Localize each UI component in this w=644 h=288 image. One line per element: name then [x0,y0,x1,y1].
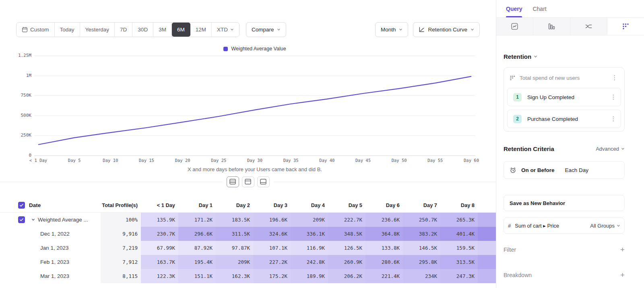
retention-cell[interactable]: 209K [291,213,328,227]
retention-cell[interactable]: 146.5K [403,241,440,255]
retention-cell[interactable]: 324.6K [253,227,291,241]
chart-legend[interactable]: Weighted Average Value [34,46,475,52]
range-label: Yesterday [85,27,109,33]
calendar-icon [22,27,28,33]
range-3m-button[interactable]: 3M [153,23,172,37]
tab-query[interactable]: Query [506,0,522,17]
row-checkbox[interactable] [18,216,25,223]
behavior-header[interactable]: Total spend of new users ⋮ [507,71,621,85]
retention-section-header[interactable]: Retention [504,53,625,60]
chart-type-retention-tab[interactable] [607,18,644,35]
retention-cell[interactable]: 122.3K [141,269,178,283]
retention-cell[interactable]: 206.2K [328,269,365,283]
retention-cell[interactable]: 133.8K [365,241,403,255]
retention-cell[interactable]: 162.3K [216,269,253,283]
retention-cell-clipped[interactable] [478,269,496,283]
table-row[interactable]: Weighted Average ...100%135.9K171.2K183.… [0,213,496,227]
retention-cell[interactable]: 247.3K [440,269,478,283]
range-custom-button[interactable]: Custom [17,23,55,37]
save-behavior-button[interactable]: Save as New Behavior [504,195,625,211]
retention-cell[interactable]: 209K [216,255,253,269]
chart-type-flows-tab[interactable] [570,18,607,35]
range-12m-button[interactable]: 12M [190,23,212,37]
total-profiles-cell: 100% [101,213,141,227]
retention-cell[interactable]: 151.1K [178,269,216,283]
table-row[interactable]: Feb 1, 20237,912163.7K195.4K209K227.2K24… [0,255,496,269]
retention-cell-clipped[interactable] [478,213,496,227]
breakdown-section[interactable]: Breakdown + [504,271,625,279]
chart-type-insights-tab[interactable] [496,18,533,35]
kebab-menu-icon[interactable]: ⋮ [609,115,617,122]
retention-cell[interactable]: 265.3K [440,213,478,227]
retention-cell[interactable]: 250.7K [403,213,440,227]
table-row[interactable]: Jan 1, 20237,21967.99K87.92K97.87K107.1K… [0,241,496,255]
retention-cell[interactable]: 135.9K [141,213,178,227]
range-yesterday-button[interactable]: Yesterday [80,23,115,37]
retention-cell[interactable]: 159.5K [440,241,478,255]
retention-criteria-row[interactable]: On or Before Each Day [504,161,625,179]
retention-cell[interactable]: 364.8K [365,227,403,241]
chart-style-button[interactable]: Retention Curve [413,22,480,37]
retention-cell[interactable]: 107.1K [253,241,291,255]
retention-cell[interactable]: 221.4K [365,269,403,283]
filter-section[interactable]: Filter + [504,246,625,253]
range-today-button[interactable]: Today [55,23,80,37]
kebab-menu-icon[interactable]: ⋮ [609,93,617,101]
retention-cell[interactable]: 189.9K [291,269,328,283]
retention-cell[interactable]: 401.4K [440,227,478,241]
tab-chart[interactable]: Chart [533,0,546,17]
retention-cell[interactable]: 236.6K [365,213,403,227]
retention-cell[interactable]: 313.5K [440,255,478,269]
retention-cell[interactable]: 296.6K [178,227,216,241]
retention-cell[interactable]: 196.6K [253,213,291,227]
step-number-badge: 2 [513,115,522,123]
retention-cell[interactable]: 175.2K [253,269,291,283]
retention-cell[interactable]: 67.99K [141,241,178,255]
expand-chevron-icon[interactable] [31,218,35,222]
retention-cell[interactable]: 336.1K [291,227,328,241]
add-filter-icon[interactable]: + [620,246,625,253]
retention-cell[interactable]: 311.5K [216,227,253,241]
retention-cell-clipped[interactable] [478,241,496,255]
granularity-button[interactable]: Month [375,22,409,37]
retention-cell[interactable]: 126.5K [328,241,365,255]
range-30d-button[interactable]: 30D [132,23,153,37]
retention-cell[interactable]: 242.8K [291,255,328,269]
table-row[interactable]: Dec 1, 20229,916230.7K296.6K311.5K324.6K… [0,227,496,241]
groups-dropdown[interactable]: All Groups [590,223,620,229]
retention-cell[interactable]: 222.7K [328,213,365,227]
retention-cell-clipped[interactable] [478,227,496,241]
kebab-menu-icon[interactable]: ⋮ [611,74,619,81]
behavior-step-row[interactable]: 1Sign Up Completed⋮ [507,88,621,106]
retention-cell[interactable]: 383.2K [403,227,440,241]
compare-button[interactable]: Compare [246,22,287,37]
chart-type-funnels-tab[interactable] [533,18,570,35]
add-breakdown-icon[interactable]: + [620,271,625,279]
retention-cell[interactable]: 230.7K [141,227,178,241]
retention-cell[interactable]: 234K [403,269,440,283]
behavior-step-row[interactable]: 2Purchase Completed⋮ [507,110,621,128]
layout-split-rows-button[interactable] [227,176,239,187]
range-6m-button[interactable]: 6M [172,23,190,37]
range-xtd-button[interactable]: XTD [212,23,239,37]
retention-cell[interactable]: 87.92K [178,241,216,255]
table-row[interactable]: Mar 1, 20238,115122.3K151.1K162.3K175.2K… [0,269,496,283]
retention-cell[interactable]: 348.5K [328,227,365,241]
retention-cell[interactable]: 260.9K [328,255,365,269]
retention-cell[interactable]: 295.8K [403,255,440,269]
select-all-checkbox[interactable] [18,202,25,209]
retention-cell[interactable]: 163.7K [141,255,178,269]
retention-cell[interactable]: 227.2K [253,255,291,269]
retention-cell[interactable]: 183.5K [216,213,253,227]
measure-row[interactable]: # Sum of cart ▸ Price All Groups [504,218,625,234]
retention-cell[interactable]: 171.2K [178,213,216,227]
retention-cell[interactable]: 195.4K [178,255,216,269]
retention-cell[interactable]: 116.9K [291,241,328,255]
advanced-toggle[interactable]: Advanced [596,146,625,152]
layout-bottom-row-button[interactable] [257,176,270,187]
retention-cell[interactable]: 280.6K [365,255,403,269]
retention-cell[interactable]: 97.87K [216,241,253,255]
retention-cell-clipped[interactable] [478,255,496,269]
range-7d-button[interactable]: 7D [115,23,132,37]
layout-top-row-button[interactable] [242,176,254,187]
